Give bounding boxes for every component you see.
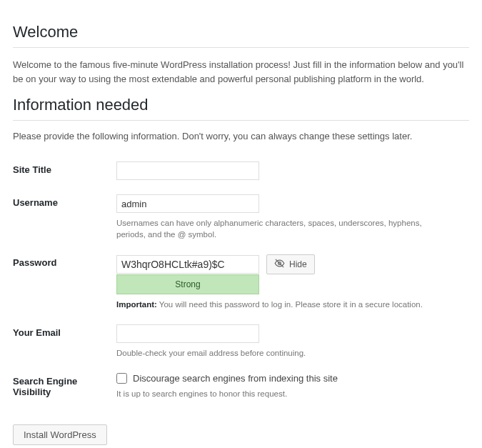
email-label: Your Email (13, 317, 116, 366)
username-input[interactable] (116, 194, 259, 213)
welcome-heading: Welcome (13, 23, 469, 48)
password-important-prefix: Important: (116, 300, 157, 309)
search-checkbox[interactable] (116, 373, 127, 384)
install-form: Site Title Username Usernames can have o… (13, 154, 469, 407)
install-button[interactable]: Install WordPress (13, 424, 107, 445)
info-heading: Information needed (13, 96, 469, 121)
email-desc: Double-check your email address before c… (116, 347, 452, 359)
email-input[interactable] (116, 324, 259, 343)
site-title-label: Site Title (13, 154, 116, 187)
info-hint: Please provide the following information… (13, 131, 469, 141)
hide-password-button[interactable]: Hide (266, 254, 315, 274)
password-important-text: You will need this password to log in. P… (157, 300, 423, 309)
username-desc: Usernames can have only alphanumeric cha… (116, 217, 452, 240)
search-desc: It is up to search engines to honor this… (116, 388, 452, 399)
password-strength: Strong (116, 274, 259, 294)
password-input[interactable] (116, 255, 259, 274)
hide-button-label: Hide (289, 259, 307, 269)
search-checkbox-label: Discourage search engines from indexing … (133, 373, 338, 384)
eye-slash-icon (274, 258, 285, 271)
search-visibility-label: Search Engine Visibility (13, 366, 116, 407)
password-important: Important: You will need this password t… (116, 299, 452, 310)
welcome-intro: Welcome to the famous five-minute WordPr… (13, 58, 469, 86)
search-checkbox-row[interactable]: Discourage search engines from indexing … (116, 373, 469, 384)
username-label: Username (13, 187, 116, 247)
password-label: Password (13, 247, 116, 317)
site-title-input[interactable] (116, 161, 259, 180)
